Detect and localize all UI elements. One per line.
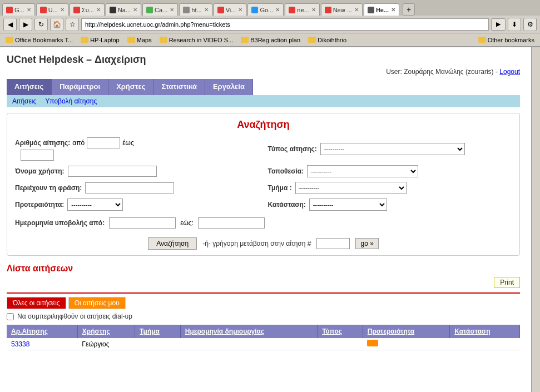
priority-indicator [367, 340, 378, 346]
tab-new-close[interactable]: ✕ [354, 7, 359, 13]
bookmark-maps[interactable]: Maps [125, 36, 154, 44]
topo-field-group: Τοποθεσία: ---------- [268, 165, 512, 177]
bookmark-other[interactable]: Other bookmarks [476, 36, 537, 44]
nav-item-parametroi[interactable]: Παράμετροι [52, 79, 108, 95]
onoma-label: Όνομα χρήστη: [15, 167, 65, 175]
aritmos-value-input[interactable] [21, 150, 54, 161]
dial-up-label: Να συμπεριληφθούν οι αιτήσεις dial-up [17, 312, 132, 320]
eos2-label: εώς: [180, 219, 194, 227]
home-button[interactable]: 🏠 [50, 18, 63, 31]
row-typos [318, 338, 363, 350]
tab-ht-close[interactable]: ✕ [204, 7, 209, 13]
periekhoun-input[interactable] [85, 182, 174, 193]
subnav-aitiseis[interactable]: Αιτήσεις [12, 97, 36, 105]
dial-up-checkbox[interactable] [7, 313, 14, 320]
table-header: Αρ.Αίτησης Χρήστης Τμήμα Ημερομηνία δημι… [7, 325, 520, 338]
th-tmima: Τμήμα [135, 325, 181, 338]
aritmos-from-input[interactable] [87, 137, 120, 148]
bookmark-office[interactable]: Office Bookmarks T... [3, 36, 75, 44]
tab-new[interactable]: New ... ✕ [321, 3, 363, 16]
address-bar[interactable] [81, 18, 489, 31]
th-khrisths-link[interactable]: Χρήστης [82, 328, 110, 335]
tab-na-close[interactable]: ✕ [133, 7, 137, 13]
th-khrisths: Χρήστης [77, 325, 135, 338]
scrollbar[interactable] [531, 47, 540, 392]
dial-up-row: Να συμπεριληφθούν οι αιτήσεις dial-up [7, 312, 520, 320]
bookmark-b3reg[interactable]: B3Reg action plan [239, 36, 303, 44]
th-katastash-link[interactable]: Κατάσταση [454, 328, 490, 335]
tab-gmail[interactable]: G... ✕ [2, 3, 35, 16]
tickets-table: Αρ.Αίτησης Χρήστης Τμήμα Ημερομηνία δημι… [7, 325, 520, 350]
date-from-input[interactable] [109, 217, 176, 229]
th-hmerominia-link[interactable]: Ημερομηνία δημιουργίας [185, 328, 265, 335]
tab-u-close[interactable]: ✕ [60, 7, 65, 13]
bookmark-research[interactable]: Research in VIDEO S... [157, 36, 236, 44]
nav-item-aitiseis[interactable]: Αιτήσεις [7, 79, 52, 95]
nav-item-khrisths[interactable]: Χρήστες [108, 79, 153, 95]
bookmark-hp[interactable]: HP-Laptop [78, 36, 122, 44]
apo-label: από [72, 139, 85, 147]
th-proteraiothta: Προτεραιότητα [363, 325, 450, 338]
forward-button[interactable]: ▶ [19, 18, 32, 31]
proteraiothta-select[interactable]: ---------- [67, 199, 123, 211]
tab-he[interactable]: He... ✕ [364, 3, 399, 16]
download-button[interactable]: ⬇ [508, 18, 521, 31]
typos-label: Τύπος αίτησης: [268, 145, 317, 153]
typos-field-group: Τύπος αίτησης: ---------- [268, 137, 512, 161]
katastash-select[interactable]: ---------- [309, 199, 387, 211]
nav-bar: ◀ ▶ ↻ 🏠 ☆ ▶ ⬇ ⚙ [0, 16, 540, 33]
reload-button[interactable]: ↻ [34, 18, 48, 31]
settings-button[interactable]: ⚙ [523, 18, 537, 31]
tab-u[interactable]: U... ✕ [36, 3, 68, 16]
print-button[interactable]: Print [494, 277, 520, 288]
th-tmima-link[interactable]: Τμήμα [140, 328, 160, 335]
ticket-number-input[interactable] [316, 238, 350, 249]
onoma-field-group: Όνομα χρήστη: [15, 165, 259, 177]
tab-ht[interactable]: ht... ✕ [179, 3, 212, 16]
tab-su-close[interactable]: ✕ [96, 7, 101, 13]
quick-nav-label: -ή- γρήγορη μετάβαση στην αίτηση # [202, 240, 311, 247]
tab-ne-close[interactable]: ✕ [311, 7, 316, 13]
back-button[interactable]: ◀ [3, 18, 17, 31]
katastash-field-group: Κατάσταση: ---------- [268, 199, 512, 211]
nav-item-ergaleia[interactable]: Εργαλεία [205, 79, 253, 95]
th-aritmos-link[interactable]: Αρ.Αίτησης [11, 328, 48, 335]
go-ticket-button[interactable]: go » [355, 238, 378, 249]
row-id: 53338 [7, 338, 77, 350]
tab-gmail-close[interactable]: ✕ [27, 7, 31, 13]
onoma-input[interactable] [68, 166, 157, 177]
tab-na[interactable]: Na... ✕ [106, 3, 141, 16]
nav-item-statistika[interactable]: Στατιστικά [153, 79, 205, 95]
th-typos-link[interactable]: Τύπος [322, 328, 342, 335]
tab-gmail-icon [6, 7, 13, 13]
tab-ne[interactable]: ne... ✕ [285, 3, 319, 16]
tab-vi-close[interactable]: ✕ [238, 7, 242, 13]
tab-ht-icon [183, 7, 190, 13]
tab-new-icon [325, 7, 331, 13]
tab-vi[interactable]: Vi... ✕ [214, 3, 247, 16]
filter-mine-tab[interactable]: Οι αιτήσεις μου [68, 297, 126, 309]
search-button[interactable]: Αναζήτηση [148, 237, 197, 250]
navigate-button[interactable]: ▶ [491, 18, 506, 31]
th-proteraiothta-link[interactable]: Προτεραιότητα [368, 328, 414, 335]
ticket-link[interactable]: 53338 [11, 340, 29, 348]
page-content: UCnet Helpdesk – Διαχείριση User: Ζουράρ… [0, 47, 540, 392]
topo-select[interactable]: ---------- [307, 165, 418, 177]
bookmark-diko[interactable]: Dikoihthrio [306, 36, 349, 44]
tab-su[interactable]: Συ... ✕ [70, 3, 105, 16]
new-tab-button[interactable]: + [403, 3, 415, 16]
bookmark-star-button[interactable]: ☆ [66, 18, 79, 31]
typos-select[interactable]: ---------- [320, 143, 465, 155]
date-to-input[interactable] [198, 217, 265, 229]
filter-all-tab[interactable]: Όλες οι αιτήσεις [7, 297, 66, 309]
tab-he-close[interactable]: ✕ [391, 7, 395, 13]
tmima-select[interactable]: ---------- [295, 182, 407, 194]
subnav-ypovoli[interactable]: Υποβολή αίτησης [45, 97, 97, 105]
tab-ca-icon [146, 7, 153, 13]
tab-go-close[interactable]: ✕ [275, 7, 280, 13]
tab-ca[interactable]: Ca... ✕ [142, 3, 178, 16]
tab-ca-close[interactable]: ✕ [170, 7, 174, 13]
tab-go[interactable]: Go... ✕ [247, 3, 284, 16]
row-proteraiothta [363, 338, 450, 350]
logout-link[interactable]: Logout [499, 68, 520, 76]
